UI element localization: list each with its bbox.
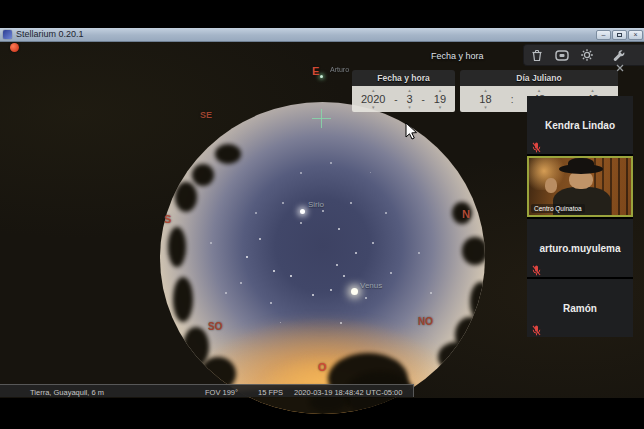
tab-dia-juliano[interactable]: Día Juliano <box>460 70 618 86</box>
settings-icon[interactable] <box>579 48 594 63</box>
star <box>225 292 227 294</box>
window-titlebar: Stellarium 0.20.1 – × <box>0 28 644 42</box>
participants-strip: Kendra Lindao Centro Quinatoa arturo.muy… <box>527 96 633 337</box>
monitor-icon[interactable] <box>554 48 569 63</box>
star <box>365 297 367 299</box>
venus-planet[interactable] <box>351 288 358 295</box>
star <box>210 242 212 244</box>
tab-fecha-y-hora[interactable]: Fecha y hora <box>352 70 455 86</box>
fov-status: FOV 199° <box>205 388 238 397</box>
star <box>246 256 248 258</box>
day-spinner[interactable]: ▴ 19 ▾ <box>434 88 446 110</box>
star <box>370 172 371 173</box>
sirius-star[interactable] <box>300 209 305 214</box>
star <box>385 212 387 214</box>
spinner-down-icon[interactable]: ▾ <box>408 105 411 110</box>
star <box>300 222 302 224</box>
window-controls: – × <box>595 30 643 40</box>
selection-crosshair-icon <box>312 109 331 128</box>
fps-status: 15 FPS <box>258 388 283 397</box>
star <box>300 172 302 174</box>
mouse-cursor <box>405 122 418 145</box>
star <box>430 292 432 294</box>
minimize-button[interactable]: – <box>596 30 611 40</box>
spinner-down-icon[interactable]: ▾ <box>372 105 375 110</box>
cardinal-south: S <box>164 213 171 225</box>
cardinal-east: E <box>312 65 319 77</box>
muted-mic-icon <box>532 139 541 150</box>
star <box>270 302 272 304</box>
close-button[interactable]: × <box>628 30 643 40</box>
cardinal-southeast: SE <box>200 110 212 120</box>
star <box>338 228 340 230</box>
date-time-tooltip: Fecha y hora <box>431 51 484 61</box>
star <box>372 242 374 244</box>
star <box>390 272 392 274</box>
participant-tile[interactable]: Kendra Lindao <box>527 96 633 154</box>
cardinal-north: N <box>462 208 470 220</box>
star <box>280 322 281 323</box>
date-separator: - <box>422 94 425 105</box>
eraser-icon[interactable] <box>529 48 544 63</box>
star <box>312 294 314 296</box>
spinner-down-icon[interactable]: ▾ <box>484 105 487 110</box>
cardinal-west: O <box>318 361 327 373</box>
app-badge-icon <box>10 43 19 52</box>
star <box>273 270 275 272</box>
status-bar: Tierra, Guayaquil, 6 m FOV 199° 15 FPS 2… <box>0 384 414 397</box>
star <box>322 210 324 212</box>
star <box>259 238 261 240</box>
horizon-silhouette <box>470 282 485 322</box>
east-star-label: Arturo <box>330 66 349 73</box>
participant-name: Kendra Lindao <box>545 120 615 131</box>
hat-crown <box>568 158 594 169</box>
horizon-silhouette <box>168 227 186 267</box>
sirius-label: Sirio <box>308 200 324 209</box>
participant-video-tile[interactable]: Centro Quinatoa <box>527 156 633 217</box>
cardinal-southwest: SO <box>208 321 222 332</box>
maximize-icon <box>617 33 622 37</box>
participant-name: Ramón <box>563 303 597 314</box>
horizon-silhouette <box>192 164 214 186</box>
horizon-silhouette <box>455 317 485 353</box>
stellarium-app-icon <box>3 30 12 39</box>
time-separator: : <box>511 94 514 105</box>
speaker-hand <box>545 178 557 193</box>
star <box>355 252 357 254</box>
date-spinners: ▴ 2020 ▾ - ▴ 3 ▾ - ▴ 19 ▾ <box>352 86 455 112</box>
year-spinner[interactable]: ▴ 2020 ▾ <box>361 88 385 110</box>
annotation-toolbar <box>523 44 644 66</box>
horizon-silhouette <box>215 144 241 164</box>
star <box>240 282 242 284</box>
location-status: Tierra, Guayaquil, 6 m <box>30 388 104 397</box>
star <box>330 162 332 164</box>
star <box>343 275 345 277</box>
horizon-silhouette <box>438 342 474 372</box>
cardinal-northwest: NO <box>418 316 433 327</box>
participant-tile[interactable]: arturo.muyulema <box>527 219 633 277</box>
muted-mic-icon <box>532 322 541 333</box>
muted-mic-icon <box>532 262 541 273</box>
month-spinner[interactable]: ▴ 3 ▾ <box>407 88 413 110</box>
close-icon[interactable] <box>616 58 624 66</box>
horizon-silhouette <box>462 237 485 265</box>
venus-label: Venus <box>360 281 382 290</box>
star <box>290 275 292 277</box>
window-title: Stellarium 0.20.1 <box>16 30 84 39</box>
maximize-button[interactable] <box>612 30 627 40</box>
hours-spinner[interactable]: ▴ 18 ▾ <box>479 88 491 110</box>
star <box>336 264 338 266</box>
star <box>282 202 284 204</box>
datetime-status: 2020-03-19 18:48:42 UTC-05:00 <box>294 388 402 397</box>
date-separator: - <box>394 94 397 105</box>
star <box>330 289 332 291</box>
participant-name: Centro Quinatoa <box>531 204 585 213</box>
star <box>340 322 342 324</box>
participant-name: arturo.muyulema <box>539 243 620 254</box>
horizon-silhouette <box>173 277 193 322</box>
horizon-silhouette <box>175 182 197 212</box>
participant-tile[interactable]: Ramón <box>527 279 633 337</box>
star <box>418 252 420 254</box>
spinner-down-icon[interactable]: ▾ <box>439 105 442 110</box>
east-horizon-star[interactable] <box>320 75 323 78</box>
